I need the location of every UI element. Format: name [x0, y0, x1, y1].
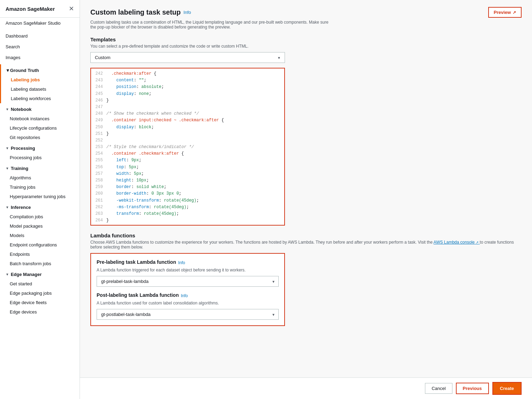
- sidebar-item-labeling-jobs[interactable]: Labeling jobs: [1, 75, 80, 84]
- code-line-246: 246 }: [91, 97, 284, 104]
- create-button[interactable]: Create: [493, 383, 521, 394]
- sidebar-group-ground-truth[interactable]: ▼ Ground Truth: [1, 64, 80, 75]
- sidebar-item-dashboard[interactable]: Dashboard: [0, 31, 80, 41]
- sidebar-item-model-packages[interactable]: Model packages: [0, 221, 80, 231]
- code-line-252: 252: [91, 137, 284, 144]
- code-line-258: 258 height: 10px;: [91, 177, 284, 184]
- sidebar-item-labeling-workforces[interactable]: Labeling workforces: [1, 94, 80, 103]
- sidebar-item-models[interactable]: Models: [0, 231, 80, 240]
- code-line-248: 248 /* Show the checkmark when checked *…: [91, 111, 284, 117]
- page-title: Custom labeling task setup: [90, 8, 181, 16]
- sidebar-item-edge-devices[interactable]: Edge devices: [0, 307, 80, 317]
- sidebar-item-images[interactable]: Images: [0, 52, 80, 63]
- previous-button[interactable]: Previous: [456, 383, 489, 394]
- sidebar-group-notebook[interactable]: ▼ Notebook: [0, 103, 80, 114]
- external-link-small-icon: ↗: [476, 241, 478, 244]
- edge-manager-arrow: ▼: [6, 272, 9, 276]
- code-line-242: 242 .checkmark:after {: [91, 71, 284, 77]
- ground-truth-label: Ground Truth: [10, 68, 39, 73]
- sidebar-item-compilation-jobs[interactable]: Compilation jobs: [0, 212, 80, 221]
- code-editor[interactable]: 242 .checkmark:after { 243 content: ""; …: [91, 68, 284, 225]
- sidebar-item-git-repos[interactable]: Git repositories: [0, 133, 80, 142]
- sidebar-item-edge-device-fleets[interactable]: Edge device fleets: [0, 298, 80, 307]
- code-line-260: 260 border-width: 0 3px 3px 0;: [91, 190, 284, 197]
- code-line-244: 244 position: absolute;: [91, 84, 284, 90]
- code-line-256: 256 top: 5px;: [91, 164, 284, 171]
- sidebar-item-training-jobs[interactable]: Training jobs: [0, 182, 80, 192]
- code-editor-wrapper: 242 .checkmark:after { 243 content: ""; …: [90, 68, 285, 226]
- sidebar-item-processing-jobs[interactable]: Processing jobs: [0, 153, 80, 162]
- code-line-254: 254 .container .checkmark:after {: [91, 150, 284, 157]
- preview-label: Preview: [494, 10, 511, 15]
- code-line-257: 257 width: 5px;: [91, 171, 284, 177]
- lambda-section-title: Lambda functions: [90, 233, 522, 238]
- post-labeling-section: Post-labeling task Lambda function Info …: [97, 292, 279, 320]
- sidebar-item-edge-packaging-jobs[interactable]: Edge packaging jobs: [0, 288, 80, 298]
- cancel-button[interactable]: Cancel: [425, 383, 452, 394]
- templates-section-title: Templates: [90, 36, 522, 42]
- lambda-section-description: Choose AWS Lambda functions to customize…: [90, 240, 522, 250]
- sidebar-item-lifecycle-configs[interactable]: Lifecycle configurations: [0, 123, 80, 133]
- sidebar-item-studio[interactable]: Amazon SageMaker Studio: [0, 18, 80, 28]
- sidebar-item-search[interactable]: Search: [0, 41, 80, 52]
- notebook-label: Notebook: [11, 107, 32, 112]
- sidebar-item-notebook-instances[interactable]: Notebook instances: [0, 114, 80, 123]
- code-line-255: 255 left: 9px;: [91, 157, 284, 164]
- ground-truth-arrow: ▼: [6, 68, 10, 73]
- title-info-link[interactable]: Info: [183, 10, 191, 15]
- sidebar-item-algorithms[interactable]: Algorithms: [0, 173, 80, 182]
- pre-label-info-link[interactable]: Info: [178, 260, 185, 265]
- sidebar-group-training[interactable]: ▼ Training: [0, 162, 80, 173]
- sidebar-item-batch-transform[interactable]: Batch transform jobs: [0, 259, 80, 268]
- sidebar-item-get-started[interactable]: Get started: [0, 279, 80, 288]
- code-line-264: 264 }: [91, 217, 284, 224]
- notebook-arrow: ▼: [6, 107, 9, 111]
- edge-manager-label: Edge Manager: [11, 272, 42, 277]
- sidebar-item-hp-tuning-jobs[interactable]: Hyperparameter tuning jobs: [0, 192, 80, 201]
- sidebar-group-processing[interactable]: ▼ Processing: [0, 142, 80, 153]
- code-line-250: 250 display: block;: [91, 124, 284, 131]
- code-line-263: 263 transform: rotate(45deg);: [91, 211, 284, 217]
- sidebar-close-button[interactable]: ✕: [69, 5, 74, 13]
- code-line-243: 243 content: "";: [91, 77, 284, 84]
- code-line-251: 251 }: [91, 131, 284, 137]
- pre-label-title: Pre-labeling task Lambda function: [97, 259, 176, 265]
- template-select-wrapper: Custom Image classification Bounding box…: [90, 52, 285, 63]
- post-label-select-wrapper: gt-postlabel-task-lambda: [97, 309, 279, 320]
- template-select[interactable]: Custom Image classification Bounding box…: [90, 52, 285, 63]
- sidebar-group-edge-manager[interactable]: ▼ Edge Manager: [0, 268, 80, 279]
- pre-label-select-wrapper: gt-prelabel-task-lambda: [97, 276, 279, 287]
- page-description: Custom labeling tasks use a combination …: [90, 20, 334, 30]
- pre-label-description: A Lambda function triggered for each dat…: [97, 268, 279, 272]
- code-line-261: 261 -webkit-transform: rotate(45deg);: [91, 197, 284, 204]
- training-label: Training: [11, 166, 28, 171]
- code-line-249: 249 .container input:checked ~ .checkmar…: [91, 117, 284, 124]
- preview-button[interactable]: Preview ↗: [488, 7, 522, 18]
- code-line-245: 245 display: none;: [91, 91, 284, 97]
- code-line-247: 247: [91, 104, 284, 111]
- sidebar-item-endpoint-configs[interactable]: Endpoint configurations: [0, 240, 80, 250]
- post-label-select[interactable]: gt-postlabel-task-lambda: [97, 309, 279, 320]
- processing-arrow: ▼: [6, 146, 9, 150]
- code-line-265: 265 </style>: [91, 224, 284, 225]
- pre-labeling-section: Pre-labeling task Lambda function Info A…: [97, 259, 279, 287]
- post-label-info-link[interactable]: Info: [181, 293, 188, 298]
- sidebar-group-inference[interactable]: ▼ Inference: [0, 201, 80, 212]
- processing-label: Processing: [11, 146, 35, 151]
- lambda-section-box: Pre-labeling task Lambda function Info A…: [90, 253, 285, 326]
- sidebar: Amazon SageMaker ✕ Amazon SageMaker Stud…: [0, 0, 80, 399]
- pre-label-select[interactable]: gt-prelabel-task-lambda: [97, 276, 279, 287]
- create-button-wrapper: Create: [492, 382, 522, 395]
- page-title-row: Custom labeling task setup Info Preview …: [90, 7, 522, 18]
- post-label-title: Post-labeling task Lambda function: [97, 292, 179, 298]
- sidebar-item-labeling-datasets[interactable]: Labeling datasets: [1, 84, 80, 94]
- sidebar-header: Amazon SageMaker ✕: [0, 0, 80, 18]
- sidebar-item-endpoints[interactable]: Endpoints: [0, 250, 80, 259]
- code-line-262: 262 -ms-transform: rotate(45deg);: [91, 204, 284, 211]
- main-content: Custom labeling task setup Info Preview …: [80, 0, 532, 399]
- aws-lambda-console-link[interactable]: AWS Lambda console ↗: [434, 240, 480, 245]
- inference-arrow: ▼: [6, 205, 9, 209]
- app-title: Amazon SageMaker: [6, 6, 55, 12]
- code-line-253: 253 /* Style the checkmark/indicator */: [91, 144, 284, 150]
- external-link-icon: ↗: [513, 10, 516, 15]
